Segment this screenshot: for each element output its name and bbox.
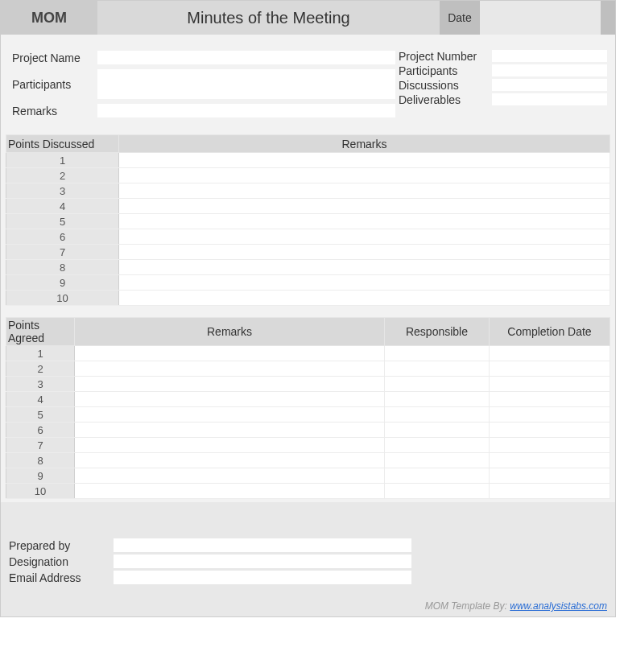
row-remarks[interactable]: [75, 407, 385, 423]
project-name-label: Project Name: [9, 52, 97, 64]
row-number: 2: [6, 361, 75, 377]
row-number: 8: [6, 260, 119, 275]
row-responsible[interactable]: [385, 438, 490, 453]
email-field[interactable]: [114, 571, 411, 585]
credit-line: MOM Template By: www.analysistabs.com: [1, 599, 615, 616]
row-responsible[interactable]: [385, 392, 490, 407]
header-bar: MOM Minutes of the Meeting Date: [1, 1, 615, 35]
header-tail: [601, 1, 615, 35]
table-row: 7: [6, 438, 610, 453]
table-row: 3: [6, 377, 610, 392]
row-remarks[interactable]: [119, 260, 610, 275]
row-number: 5: [6, 214, 119, 229]
row-number: 10: [6, 484, 75, 499]
deliverables-label: Deliverables: [395, 93, 492, 106]
row-remarks[interactable]: [75, 423, 385, 438]
row-number: 7: [6, 245, 119, 260]
credit-link[interactable]: www.analysistabs.com: [510, 600, 607, 612]
mom-badge: MOM: [1, 1, 97, 35]
row-completion[interactable]: [490, 377, 610, 392]
row-completion[interactable]: [490, 346, 610, 361]
row-completion[interactable]: [490, 468, 610, 484]
col-points-agreed: Points Agreed: [6, 318, 75, 346]
date-input[interactable]: [480, 1, 601, 35]
row-number: 5: [6, 407, 75, 423]
table-row: 1: [6, 153, 610, 168]
row-remarks[interactable]: [119, 245, 610, 260]
table-row: 9: [6, 468, 610, 484]
row-number: 4: [6, 392, 75, 407]
table-row: 2: [6, 168, 610, 183]
row-completion[interactable]: [490, 423, 610, 438]
row-remarks[interactable]: [119, 168, 610, 183]
project-number-field[interactable]: [492, 50, 607, 63]
row-number: 8: [6, 453, 75, 468]
row-responsible[interactable]: [385, 453, 490, 468]
prepared-block: Prepared by Designation Email Address: [1, 534, 615, 599]
row-completion[interactable]: [490, 453, 610, 468]
row-remarks[interactable]: [75, 377, 385, 392]
row-completion[interactable]: [490, 484, 610, 499]
table-row: 4: [6, 392, 610, 407]
remarks-field[interactable]: [97, 104, 395, 118]
row-responsible[interactable]: [385, 468, 490, 484]
row-responsible[interactable]: [385, 423, 490, 438]
table-row: 10: [6, 484, 610, 499]
row-remarks[interactable]: [119, 229, 610, 245]
row-remarks[interactable]: [119, 153, 610, 168]
row-responsible[interactable]: [385, 407, 490, 423]
row-completion[interactable]: [490, 438, 610, 453]
row-remarks[interactable]: [119, 291, 610, 306]
row-responsible[interactable]: [385, 484, 490, 499]
row-completion[interactable]: [490, 392, 610, 407]
row-responsible[interactable]: [385, 346, 490, 361]
col-remarks-discussed: Remarks: [119, 135, 610, 153]
table-row: 10: [6, 291, 610, 306]
row-number: 9: [6, 468, 75, 484]
discussions-label: Discussions: [395, 79, 492, 92]
table-row: 2: [6, 361, 610, 377]
row-number: 3: [6, 377, 75, 392]
info-right: Project Number Participants Discussions …: [395, 49, 607, 120]
row-remarks[interactable]: [75, 468, 385, 484]
row-remarks[interactable]: [75, 453, 385, 468]
page-title: Minutes of the Meeting: [97, 1, 440, 35]
participants-count-field[interactable]: [492, 64, 607, 77]
row-remarks[interactable]: [119, 199, 610, 214]
row-remarks[interactable]: [75, 484, 385, 499]
row-remarks[interactable]: [75, 346, 385, 361]
col-remarks-agreed: Remarks: [75, 318, 385, 346]
row-remarks[interactable]: [75, 438, 385, 453]
row-responsible[interactable]: [385, 361, 490, 377]
table-row: 8: [6, 260, 610, 275]
email-label: Email Address: [9, 571, 114, 584]
row-remarks[interactable]: [119, 214, 610, 229]
row-responsible[interactable]: [385, 377, 490, 392]
designation-label: Designation: [9, 555, 114, 568]
row-completion[interactable]: [490, 407, 610, 423]
mom-template-page: MOM Minutes of the Meeting Date Project …: [0, 0, 616, 617]
table-row: 6: [6, 423, 610, 438]
project-name-field[interactable]: [97, 51, 395, 65]
discussions-field[interactable]: [492, 79, 607, 92]
prepared-by-label: Prepared by: [9, 539, 114, 552]
row-remarks[interactable]: [75, 392, 385, 407]
remarks-label: Remarks: [9, 105, 97, 117]
row-completion[interactable]: [490, 361, 610, 377]
credit-prefix: MOM Template By:: [425, 600, 510, 612]
row-number: 4: [6, 199, 119, 214]
prepared-by-field[interactable]: [114, 538, 411, 553]
participants-label: Participants: [9, 78, 97, 91]
row-number: 6: [6, 229, 119, 245]
row-remarks[interactable]: [119, 275, 610, 291]
participants-count-label: Participants: [395, 64, 492, 77]
row-remarks[interactable]: [119, 183, 610, 199]
deliverables-field[interactable]: [492, 93, 607, 106]
row-number: 1: [6, 153, 119, 168]
row-remarks[interactable]: [75, 361, 385, 377]
table-row: 7: [6, 245, 610, 260]
project-number-label: Project Number: [395, 50, 492, 63]
designation-field[interactable]: [114, 555, 411, 569]
table-row: 6: [6, 229, 610, 245]
participants-field[interactable]: [97, 69, 395, 100]
